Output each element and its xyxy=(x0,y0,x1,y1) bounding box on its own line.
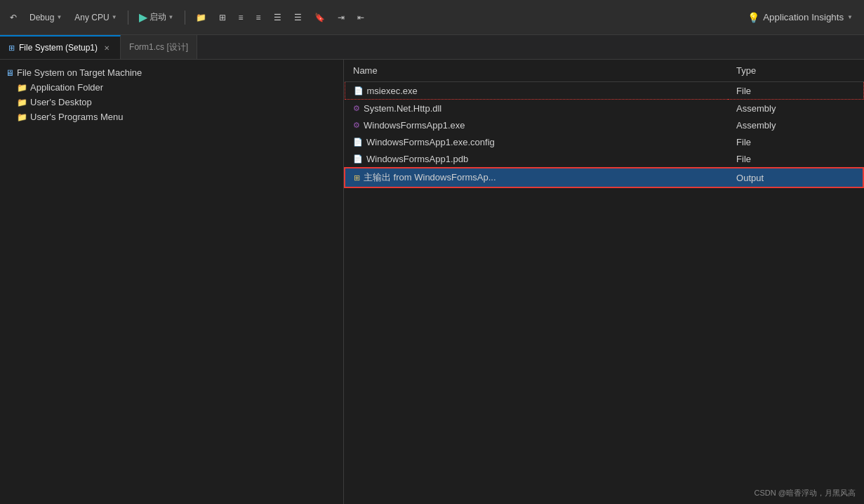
folder-button[interactable]: 📁 xyxy=(192,10,211,25)
table-row[interactable]: 📄 WindowsFormsApp1.exe.config File xyxy=(345,133,863,150)
file-list-panel: Name Type 📄 msiexec.exe File xyxy=(344,60,864,504)
column-type: Type xyxy=(728,60,863,82)
tree-label-application-folder: Application Folder xyxy=(30,82,103,93)
lightbulb-icon: 💡 xyxy=(747,12,759,23)
watermark-text: CSDN @暗香浮动，月黑风高 xyxy=(755,489,856,497)
server-icon: 🖥 xyxy=(6,68,14,78)
tree-label-programs-menu: User's Programs Menu xyxy=(30,112,124,122)
table-row-selected[interactable]: ⊞ 主输出 from WindowsFormsAp... Output xyxy=(345,168,863,187)
run-dropdown-arrow: ▼ xyxy=(168,14,174,20)
tree-item-programs-menu[interactable]: 📁 User's Programs Menu xyxy=(0,110,343,124)
run-label: 启动 xyxy=(149,11,166,23)
tab-filesystem[interactable]: ⊞ File System (Setup1) ✕ xyxy=(0,35,121,59)
file-name-system-dll: ⚙ System.Net.Http.dll xyxy=(345,100,728,117)
toolbar-btn-3[interactable]: ≡ xyxy=(234,10,248,25)
toolbar-btn-9[interactable]: ⇤ xyxy=(353,10,368,25)
file-type-system-dll: Assembly xyxy=(728,100,863,117)
toolbar-btn-5[interactable]: ☰ xyxy=(270,10,286,25)
cpu-dropdown[interactable]: Any CPU ▼ xyxy=(70,10,121,25)
assembly-icon-winforms-exe: ⚙ xyxy=(353,121,360,130)
file-type-output: Output xyxy=(728,168,863,187)
toolbar-btn-7[interactable]: 🔖 xyxy=(310,10,329,25)
screenshot-button[interactable]: ⊞ xyxy=(215,10,230,25)
folder-icon: 📁 xyxy=(196,13,206,22)
toolbar-icon-3: ≡ xyxy=(239,13,244,22)
tab-form1[interactable]: Form1.cs [设计] xyxy=(121,35,197,59)
main-content: 🖥 File System on Target Machine 📁 Applic… xyxy=(0,60,864,504)
file-system-tree: 🖥 File System on Target Machine 📁 Applic… xyxy=(0,60,344,504)
toolbar: ↶ Debug ▼ Any CPU ▼ ▶ 启动 ▼ 📁 ⊞ ≡ ≡ ☰ ☰ 🔖… xyxy=(0,0,864,35)
debug-dropdown[interactable]: Debug ▼ xyxy=(25,10,66,25)
file-icon-msiexec: 📄 xyxy=(354,86,364,95)
table-header-row: Name Type xyxy=(345,60,863,82)
watermark: CSDN @暗香浮动，月黑风高 xyxy=(755,488,856,498)
file-name-winforms-config: 📄 WindowsFormsApp1.exe.config xyxy=(345,133,728,150)
folder-icon-desktop: 📁 xyxy=(17,98,27,107)
toolbar-btn-8[interactable]: ⇥ xyxy=(333,10,349,25)
toolbar-icon-5: ☰ xyxy=(274,13,281,22)
table-row[interactable]: ⚙ WindowsFormsApp1.exe Assembly xyxy=(345,117,863,133)
screenshot-icon: ⊞ xyxy=(219,13,226,22)
tree-root-label: File System on Target Machine xyxy=(17,67,142,78)
debug-label: Debug xyxy=(29,13,54,22)
table-row[interactable]: ⚙ System.Net.Http.dll Assembly xyxy=(345,100,863,117)
file-name-msiexec: 📄 msiexec.exe xyxy=(345,82,728,100)
table-row[interactable]: 📄 msiexec.exe File xyxy=(345,82,863,100)
run-icon: ▶ xyxy=(139,11,147,24)
bookmark-icon: 🔖 xyxy=(314,13,325,22)
app-insights-button[interactable]: 💡 Application Insights ▼ xyxy=(742,9,858,26)
back-button[interactable]: ↶ xyxy=(6,10,21,25)
toolbar-icon-6: ☰ xyxy=(294,13,302,22)
tab-filesystem-icon: ⊞ xyxy=(8,44,15,53)
table-row[interactable]: 📄 WindowsFormsApp1.pdb File xyxy=(345,150,863,168)
file-type-winforms-pdb: File xyxy=(728,150,863,168)
separator-2 xyxy=(185,11,185,25)
tab-form1-label: Form1.cs [设计] xyxy=(129,41,188,53)
file-name-winforms-exe: ⚙ WindowsFormsApp1.exe xyxy=(345,117,728,133)
debug-dropdown-arrow: ▼ xyxy=(56,14,62,20)
cpu-label: Any CPU xyxy=(74,13,109,22)
file-type-winforms-config: File xyxy=(728,133,863,150)
file-icon-pdb: 📄 xyxy=(353,154,363,164)
file-table: Name Type 📄 msiexec.exe File xyxy=(344,60,864,188)
file-type-msiexec: File xyxy=(728,82,863,100)
tree-item-application-folder[interactable]: 📁 Application Folder xyxy=(0,80,343,95)
tree-root[interactable]: 🖥 File System on Target Machine xyxy=(0,65,343,80)
column-name: Name xyxy=(345,60,728,82)
toolbar-btn-4[interactable]: ≡ xyxy=(252,10,265,25)
tab-filesystem-close[interactable]: ✕ xyxy=(102,43,112,53)
assembly-icon-system: ⚙ xyxy=(353,104,360,113)
tree-item-users-desktop[interactable]: 📁 User's Desktop xyxy=(0,95,343,110)
toolbar-icon-8: ⇥ xyxy=(338,13,345,22)
tree-label-users-desktop: User's Desktop xyxy=(30,97,92,107)
file-name-output: ⊞ 主输出 from WindowsFormsAp... xyxy=(345,168,728,187)
cpu-dropdown-arrow: ▼ xyxy=(112,14,117,20)
run-button[interactable]: ▶ 启动 ▼ xyxy=(135,8,178,27)
file-name-winforms-pdb: 📄 WindowsFormsApp1.pdb xyxy=(345,150,728,168)
output-icon: ⊞ xyxy=(354,173,360,183)
app-insights-dropdown-arrow: ▼ xyxy=(847,14,853,20)
app-insights-label: Application Insights xyxy=(763,12,844,22)
file-type-winforms-exe: Assembly xyxy=(728,117,863,133)
file-icon-config: 📄 xyxy=(353,138,363,147)
separator-1 xyxy=(128,11,128,25)
tab-filesystem-label: File System (Setup1) xyxy=(19,43,98,53)
tabbar: ⊞ File System (Setup1) ✕ Form1.cs [设计] xyxy=(0,35,864,60)
folder-icon-application: 📁 xyxy=(17,83,27,93)
back-icon: ↶ xyxy=(10,13,17,22)
folder-icon-programs: 📁 xyxy=(17,112,27,122)
toolbar-icon-4: ≡ xyxy=(256,13,261,22)
toolbar-btn-6[interactable]: ☰ xyxy=(290,10,306,25)
toolbar-icon-9: ⇤ xyxy=(357,13,364,22)
